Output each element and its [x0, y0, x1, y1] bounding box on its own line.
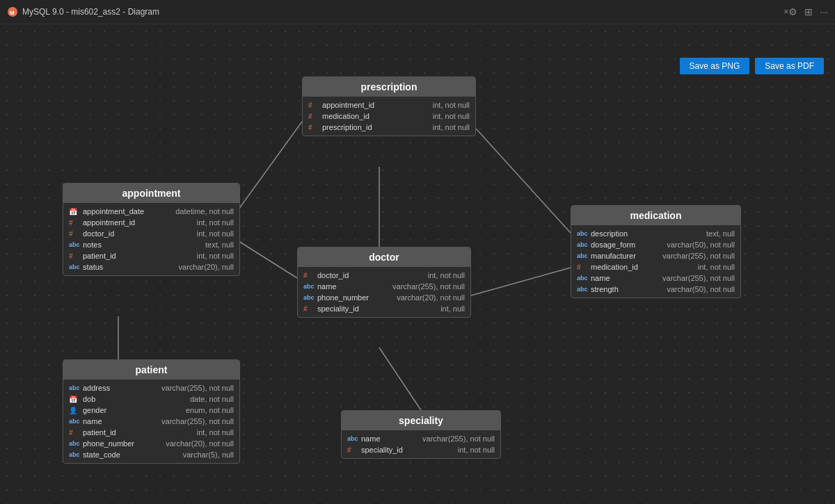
- calendar-icon: 📅: [69, 208, 79, 216]
- titlebar: M MySQL 9.0 - mis602_ass2 - Diagram × ⚙ …: [0, 0, 835, 24]
- field-type: varchar(255), not null: [161, 417, 234, 425]
- close-tab-button[interactable]: ×: [784, 7, 788, 17]
- field-name: state_code: [83, 450, 183, 459]
- field-name: name: [83, 417, 161, 425]
- top-actions: Save as PNG Save as PDF: [680, 58, 824, 74]
- abc-icon: abc: [577, 275, 587, 282]
- table-row: abc name varchar(255), not null: [63, 416, 239, 427]
- table-row: abc dosage_form varchar(50), not null: [571, 239, 740, 250]
- abc-icon: abc: [347, 435, 357, 442]
- table-row: # speciality_id int, not null: [342, 444, 500, 455]
- table-row: 📅 dob date, not null: [63, 393, 239, 405]
- table-row: # prescription_id int, not null: [303, 122, 475, 133]
- field-type: int, not null: [433, 112, 470, 120]
- abc-icon: abc: [577, 252, 587, 259]
- abc-icon: abc: [303, 283, 313, 290]
- field-name: prescription_id: [322, 123, 433, 131]
- diagram-canvas: Save as PNG Save as PDF prescription # a…: [0, 24, 835, 504]
- table-row: # medication_id int, not null: [571, 261, 740, 273]
- table-row: abc manufacturer varchar(255), not null: [571, 250, 740, 261]
- field-type: int, not null: [197, 218, 234, 227]
- field-name: medication_id: [591, 263, 698, 271]
- table-appointment: appointment 📅 appointment_date datetime,…: [63, 183, 240, 276]
- app-name: MySQL 9.0: [22, 7, 64, 17]
- table-row: # medication_id int, not null: [303, 111, 475, 122]
- table-row: abc name varchar(255), not null: [342, 433, 500, 444]
- save-pdf-button[interactable]: Save as PDF: [755, 58, 824, 74]
- table-row: # appointment_id int, not null: [303, 99, 475, 111]
- field-type: text, null: [205, 241, 234, 249]
- project-name: mis602_ass2: [71, 7, 120, 17]
- table-speciality: speciality abc name varchar(255), not nu…: [341, 410, 501, 459]
- field-type: varchar(255), not null: [422, 434, 495, 443]
- field-type: varchar(50), not null: [667, 241, 735, 249]
- field-name: doctor_id: [317, 271, 428, 279]
- field-name: appointment_id: [322, 101, 433, 109]
- field-name: medication_id: [322, 112, 433, 120]
- table-row: abc status varchar(20), null: [63, 261, 239, 273]
- prescription-body: # appointment_id int, not null # medicat…: [303, 97, 475, 136]
- table-medication: medication abc description text, null ab…: [571, 205, 741, 298]
- field-type: int, not null: [428, 271, 465, 279]
- calendar-icon: 📅: [69, 396, 79, 403]
- titlebar-actions: ⚙ ⊞ ···: [788, 6, 828, 17]
- save-png-button[interactable]: Save as PNG: [680, 58, 750, 74]
- table-patient: patient abc address varchar(255), not nu…: [63, 359, 240, 464]
- pk-icon: #: [303, 305, 313, 313]
- field-name: patient_id: [83, 252, 197, 260]
- field-type: int, not null: [197, 252, 234, 260]
- table-row: abc state_code varchar(5), null: [63, 449, 239, 460]
- field-name: description: [591, 229, 706, 238]
- field-name: strength: [591, 285, 667, 293]
- abc-icon: abc: [303, 294, 313, 301]
- field-type: varchar(20), not null: [166, 439, 234, 448]
- pk-icon: #: [69, 429, 79, 437]
- field-type: int, not null: [433, 123, 470, 131]
- field-name: address: [83, 384, 161, 392]
- table-row: # patient_id int, not null: [63, 427, 239, 438]
- field-type: int, not null: [458, 446, 495, 454]
- field-type: datetime, not null: [175, 207, 234, 216]
- abc-icon: abc: [69, 263, 79, 270]
- abc-icon: abc: [69, 418, 79, 425]
- layout-icon[interactable]: ⊞: [804, 6, 813, 17]
- table-row: # appointment_id int, not null: [63, 217, 239, 228]
- field-type: varchar(255), not null: [662, 274, 735, 282]
- table-row: abc phone_number varchar(20), not null: [298, 292, 470, 303]
- field-type: int, not null: [197, 428, 234, 437]
- table-row: 📅 appointment_date datetime, not null: [63, 206, 239, 217]
- medication-header: medication: [571, 206, 740, 225]
- speciality-body: abc name varchar(255), not null # specia…: [342, 430, 500, 458]
- field-type: varchar(255), not null: [662, 252, 735, 260]
- doctor-header: doctor: [298, 247, 470, 267]
- abc-icon: abc: [577, 241, 587, 248]
- table-row: abc strength varchar(50), not null: [571, 284, 740, 295]
- svg-line-3: [476, 129, 571, 233]
- pk-icon: #: [308, 113, 318, 120]
- doctor-body: # doctor_id int, not null abc name varch…: [298, 267, 470, 317]
- field-type: varchar(255), not null: [161, 384, 234, 392]
- appointment-header: appointment: [63, 184, 239, 203]
- svg-text:M: M: [10, 10, 15, 16]
- field-type: enum, not null: [186, 406, 234, 414]
- table-row: abc name varchar(255), not null: [571, 273, 740, 284]
- table-row: abc notes text, null: [63, 239, 239, 250]
- settings-icon[interactable]: ⚙: [788, 6, 797, 17]
- pk-icon: #: [577, 263, 587, 271]
- diagram-tab: Diagram: [128, 7, 159, 17]
- field-name: appointment_date: [83, 207, 175, 216]
- svg-line-7: [379, 348, 421, 410]
- table-row: # doctor_id int, not null: [298, 270, 470, 281]
- more-icon[interactable]: ···: [820, 6, 828, 17]
- mysql-icon: M: [7, 6, 18, 17]
- field-name: dob: [83, 395, 190, 403]
- abc-icon: abc: [69, 384, 79, 391]
- abc-icon: abc: [69, 451, 79, 458]
- pk-icon: #: [69, 252, 79, 260]
- pk-icon: #: [69, 230, 79, 238]
- field-type: int, not null: [698, 263, 735, 271]
- table-doctor: doctor # doctor_id int, not null abc nam…: [297, 247, 471, 318]
- table-row: 👤 gender enum, not null: [63, 405, 239, 416]
- abc-icon: abc: [577, 286, 587, 293]
- patient-header: patient: [63, 360, 239, 380]
